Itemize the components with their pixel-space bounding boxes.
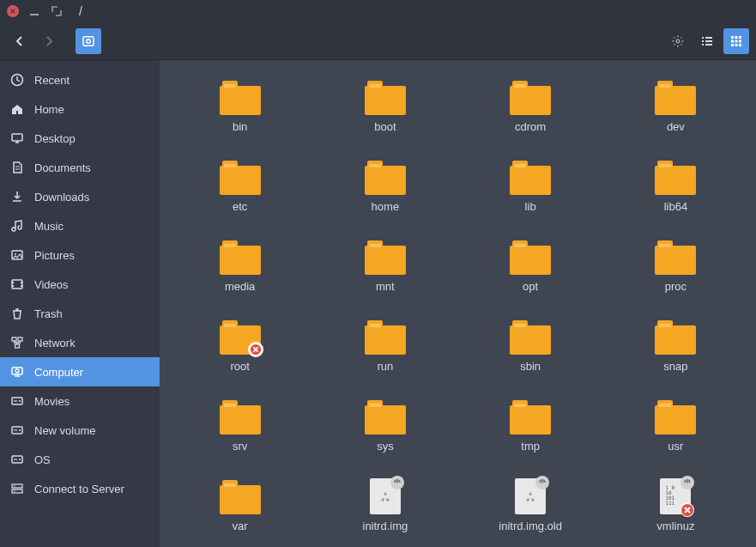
file-item[interactable]: home: [325, 155, 445, 216]
sidebar-item-pictures[interactable]: Pictures: [0, 240, 160, 270]
file-item[interactable]: mnt: [325, 235, 445, 296]
sidebar-item-label: Music: [34, 220, 64, 233]
file-item[interactable]: boot: [325, 76, 445, 137]
list-view-button[interactable]: [694, 28, 720, 54]
file-item[interactable]: lib64: [616, 155, 735, 216]
file-item[interactable]: srv: [180, 395, 299, 456]
location-button[interactable]: [665, 28, 691, 54]
file-item[interactable]: usr: [616, 395, 735, 456]
file-item[interactable]: cdrom: [471, 76, 590, 137]
file-label: opt: [523, 280, 538, 293]
file-label: bin: [233, 120, 247, 133]
sidebar-item-network[interactable]: Network: [0, 328, 160, 357]
file-item[interactable]: snap: [616, 315, 735, 376]
sidebar-item-label: Connect to Server: [34, 483, 124, 495]
sidebar-item-documents[interactable]: Documents: [0, 153, 160, 182]
sidebar-item-label: Pictures: [34, 249, 75, 262]
folder-icon: [655, 398, 696, 435]
recycle-symbol-icon: [378, 490, 392, 504]
svg-rect-4: [702, 37, 704, 39]
folder-icon: [220, 478, 261, 514]
folder-icon: [655, 79, 696, 115]
svg-rect-13: [731, 40, 734, 42]
folder-icon: [220, 159, 261, 195]
sidebar-item-desktop[interactable]: Desktop: [0, 124, 160, 153]
svg-rect-14: [735, 40, 738, 42]
sidebar: RecentHomeDesktopDocumentsDownloadsMusic…: [0, 60, 160, 547]
file-item[interactable]: media: [180, 235, 299, 296]
symlink-emblem-icon: [535, 476, 549, 489]
sidebar-item-label: Home: [34, 103, 64, 116]
file-item[interactable]: proc: [616, 235, 735, 296]
trash-icon: [10, 307, 24, 320]
file-label: home: [372, 200, 400, 213]
back-button[interactable]: [7, 28, 33, 54]
sidebar-item-new-volume[interactable]: New volume: [0, 416, 160, 445]
sidebar-item-computer[interactable]: Computer: [0, 357, 160, 386]
drive-icon: [10, 394, 24, 408]
folder-icon: [365, 79, 406, 115]
folder-icon: [220, 79, 261, 115]
folder-icon: [510, 319, 551, 355]
symlink-emblem-icon: [390, 476, 404, 489]
sidebar-item-label: Network: [34, 337, 76, 349]
file-item[interactable]: var: [180, 475, 299, 536]
file-label: initrd.img: [363, 520, 408, 532]
folder-icon: [510, 239, 551, 275]
file-item[interactable]: sbin: [471, 315, 590, 376]
server-icon: [10, 482, 24, 495]
drive-icon: [10, 453, 24, 466]
file-label: tmp: [521, 440, 540, 453]
file-item[interactable]: etc: [180, 155, 299, 216]
svg-rect-18: [739, 44, 741, 46]
folder-icon: [220, 239, 261, 275]
window-close-button[interactable]: [7, 5, 19, 17]
sidebar-item-os[interactable]: OS: [0, 445, 160, 474]
file-item[interactable]: lib: [471, 155, 590, 216]
file-item[interactable]: dev: [616, 76, 735, 137]
sidebar-item-trash[interactable]: Trash: [0, 299, 160, 328]
svg-point-2: [87, 39, 91, 43]
file-item[interactable]: opt: [471, 235, 590, 296]
folder-icon: [655, 239, 696, 275]
sidebar-item-movies[interactable]: Movies: [0, 386, 160, 416]
recycle-symbol-icon: [523, 490, 537, 504]
window-minimize-button[interactable]: [27, 4, 41, 18]
sidebar-item-videos[interactable]: Videos: [0, 270, 160, 299]
window-maximize-button[interactable]: [50, 4, 64, 18]
symlink-emblem-icon: [680, 476, 694, 489]
sidebar-item-recent[interactable]: Recent: [0, 65, 160, 94]
file-item[interactable]: root: [180, 315, 299, 376]
folder-icon: [655, 159, 696, 195]
file-item[interactable]: initrd.img.old: [471, 475, 590, 536]
titlebar: /: [0, 0, 756, 22]
forward-button[interactable]: [36, 28, 62, 54]
grid-view-button[interactable]: [723, 28, 749, 54]
file-label: snap: [663, 360, 687, 373]
folder-icon: [365, 398, 406, 435]
sidebar-item-downloads[interactable]: Downloads: [0, 182, 160, 211]
file-item[interactable]: run: [325, 315, 445, 376]
file-item[interactable]: tmp: [471, 395, 590, 456]
sidebar-item-label: Desktop: [34, 132, 76, 145]
file-item[interactable]: 1 010101111vmlinuz: [616, 475, 735, 536]
sidebar-item-connect-to-server[interactable]: Connect to Server: [0, 474, 160, 503]
sidebar-item-label: New volume: [34, 424, 96, 437]
sidebar-item-music[interactable]: Music: [0, 211, 160, 240]
folder-icon: [510, 79, 551, 115]
sidebar-item-label: Downloads: [34, 191, 89, 204]
file-label: srv: [233, 440, 247, 453]
sidebar-item-label: Recent: [34, 74, 70, 87]
file-item[interactable]: initrd.img: [325, 475, 445, 536]
svg-rect-0: [30, 14, 39, 15]
svg-rect-12: [739, 36, 741, 39]
pathbar-root-button[interactable]: [76, 28, 101, 54]
svg-rect-16: [731, 44, 734, 46]
file-item[interactable]: sys: [325, 395, 445, 456]
file-label: usr: [668, 440, 683, 453]
file-item[interactable]: bin: [180, 76, 299, 137]
sidebar-item-label: OS: [34, 453, 51, 466]
svg-point-3: [676, 40, 680, 43]
svg-rect-15: [739, 40, 741, 42]
sidebar-item-home[interactable]: Home: [0, 94, 160, 124]
